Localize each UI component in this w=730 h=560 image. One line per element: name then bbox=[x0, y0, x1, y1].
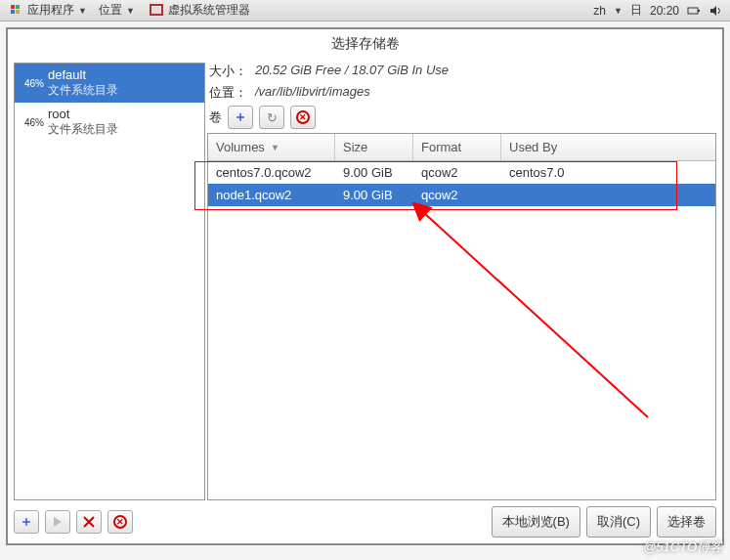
annotation-arrow bbox=[404, 202, 697, 456]
svg-rect-3 bbox=[16, 10, 20, 14]
delete-volume-button[interactable]: ✕ bbox=[290, 106, 316, 129]
add-volume-button[interactable]: ＋ bbox=[228, 106, 253, 129]
size-inuse: 18.07 GiB In Use bbox=[352, 63, 449, 77]
cell-format: qcow2 bbox=[413, 161, 501, 184]
svg-rect-6 bbox=[688, 8, 698, 14]
weekday-label: 日 bbox=[630, 2, 642, 19]
delete-icon: ✕ bbox=[296, 110, 310, 124]
start-pool-button[interactable] bbox=[45, 510, 70, 534]
places-label: 位置 bbox=[99, 2, 122, 19]
sort-desc-icon: ▼ bbox=[271, 143, 279, 152]
svg-rect-5 bbox=[152, 7, 160, 13]
refresh-icon: ↻ bbox=[267, 110, 278, 125]
chevron-down-icon: ▼ bbox=[614, 6, 623, 16]
pool-item-root[interactable]: 46% root 文件系统目录 bbox=[15, 103, 204, 142]
places-menu[interactable]: 位置 ▼ bbox=[93, 2, 141, 19]
pool-list[interactable]: 46% default 文件系统目录 46% root 文件系统目录 bbox=[14, 63, 205, 500]
size-separator: / bbox=[345, 63, 349, 77]
cell-size: 9.00 GiB bbox=[335, 161, 413, 184]
cell-name: centos7.0.qcow2 bbox=[208, 161, 335, 184]
window-title-label: 虚拟系统管理器 bbox=[168, 2, 250, 19]
system-tray: zh ▼ 日 20:20 bbox=[593, 2, 726, 19]
applications-label: 应用程序 bbox=[27, 2, 74, 19]
col-usedby[interactable]: Used By bbox=[501, 134, 715, 160]
chevron-down-icon: ▼ bbox=[78, 6, 87, 16]
pool-item-default[interactable]: 46% default 文件系统目录 bbox=[15, 64, 204, 103]
pool-name-label: default bbox=[48, 67, 118, 82]
chevron-down-icon: ▼ bbox=[126, 6, 135, 16]
volumes-label: 卷 bbox=[209, 108, 222, 126]
browse-local-button[interactable]: 本地浏览(B) bbox=[492, 506, 580, 538]
taskbar-window-vm-manager[interactable]: 虚拟系统管理器 bbox=[143, 2, 256, 19]
refresh-button[interactable]: ↻ bbox=[259, 106, 284, 129]
battery-icon[interactable] bbox=[687, 4, 701, 18]
table-row[interactable]: centos7.0.qcow2 9.00 GiB qcow2 centos7.0 bbox=[208, 161, 715, 184]
cell-name: node1.qcow2 bbox=[208, 184, 335, 206]
vm-manager-icon bbox=[149, 3, 164, 19]
delete-icon: ✕ bbox=[113, 515, 127, 529]
input-method-indicator[interactable]: zh bbox=[593, 4, 606, 18]
volume-icon[interactable] bbox=[709, 4, 722, 18]
col-size[interactable]: Size bbox=[335, 134, 413, 160]
x-icon bbox=[83, 516, 95, 528]
cancel-button[interactable]: 取消(C) bbox=[586, 506, 651, 538]
plus-icon: ＋ bbox=[20, 513, 33, 531]
cell-size: 9.00 GiB bbox=[335, 184, 413, 206]
volumes-table: Volumes▼ Size Format Used By centos7.0.q… bbox=[207, 133, 716, 500]
dialog-title: 选择存储卷 bbox=[8, 29, 722, 59]
location-label: 位置： bbox=[209, 84, 247, 102]
cell-usedby: centos7.0 bbox=[501, 161, 715, 184]
storage-volume-dialog: 选择存储卷 46% default 文件系统目录 46% root 文件系统目录 bbox=[6, 27, 724, 545]
svg-rect-7 bbox=[698, 10, 700, 12]
svg-rect-2 bbox=[11, 10, 15, 14]
pool-usage-pct: 46% bbox=[21, 117, 44, 128]
table-header: Volumes▼ Size Format Used By bbox=[208, 134, 715, 161]
location-info-row: 位置： /var/lib/libvirt/images bbox=[207, 84, 716, 102]
svg-rect-1 bbox=[16, 5, 20, 9]
location-value: /var/lib/libvirt/images bbox=[255, 84, 370, 102]
cell-format: qcow2 bbox=[413, 184, 501, 206]
volume-toolbar: 卷 ＋ ↻ ✕ bbox=[207, 106, 716, 129]
stop-pool-button[interactable] bbox=[76, 510, 102, 534]
applications-menu[interactable]: 应用程序 ▼ bbox=[4, 2, 93, 19]
delete-pool-button[interactable]: ✕ bbox=[107, 510, 133, 534]
dialog-footer: ＋ ✕ 本地浏览(B) 取消(C) 选择卷 bbox=[8, 500, 722, 543]
svg-marker-11 bbox=[54, 517, 62, 527]
cell-usedby bbox=[501, 184, 715, 206]
app-grid-icon bbox=[10, 4, 23, 18]
svg-line-10 bbox=[423, 212, 648, 417]
size-label: 大小： bbox=[209, 63, 247, 80]
svg-marker-8 bbox=[710, 6, 716, 16]
svg-rect-0 bbox=[11, 5, 15, 9]
col-format[interactable]: Format bbox=[413, 134, 501, 160]
watermark: @51CTO博客 bbox=[643, 538, 722, 556]
pool-type-label: 文件系统目录 bbox=[48, 82, 118, 99]
col-volumes[interactable]: Volumes▼ bbox=[208, 134, 335, 160]
pool-name-label: root bbox=[48, 107, 118, 121]
size-info-row: 大小： 20.52 GiB Free / 18.07 GiB In Use bbox=[207, 63, 716, 80]
pool-type-label: 文件系统目录 bbox=[48, 121, 118, 138]
choose-volume-button[interactable]: 选择卷 bbox=[657, 506, 716, 538]
play-icon bbox=[53, 517, 63, 527]
pool-usage-pct: 46% bbox=[21, 78, 44, 89]
table-row[interactable]: node1.qcow2 9.00 GiB qcow2 bbox=[208, 184, 715, 206]
size-free: 20.52 GiB Free bbox=[255, 63, 341, 77]
add-pool-button[interactable]: ＋ bbox=[14, 510, 39, 534]
plus-icon: ＋ bbox=[234, 108, 247, 126]
top-panel: 应用程序 ▼ 位置 ▼ 虚拟系统管理器 zh ▼ 日 20:20 bbox=[0, 0, 730, 22]
clock[interactable]: 20:20 bbox=[650, 4, 679, 18]
